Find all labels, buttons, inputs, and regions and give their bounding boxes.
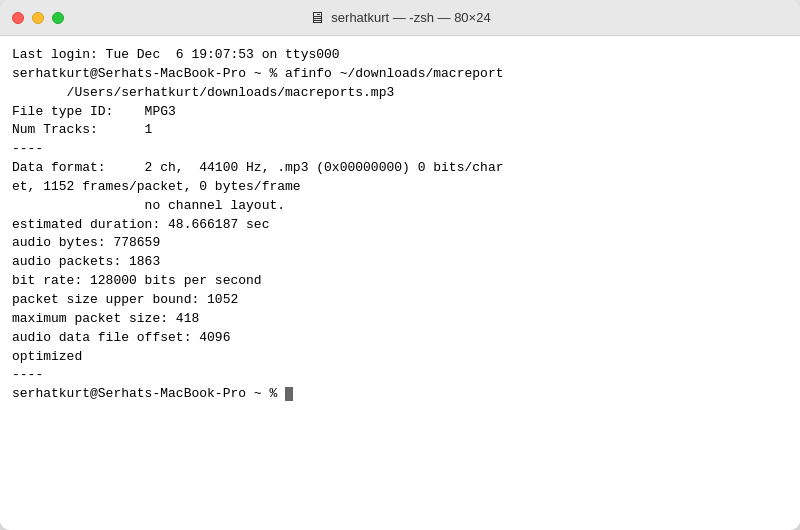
title-label: serhatkurt — -zsh — 80×24: [331, 10, 490, 25]
terminal-window: 🖥 serhatkurt — -zsh — 80×24 Last login: …: [0, 0, 800, 530]
minimize-button[interactable]: [32, 12, 44, 24]
terminal-line: ----: [12, 141, 43, 156]
terminal-line: Num Tracks: 1: [12, 122, 152, 137]
titlebar: 🖥 serhatkurt — -zsh — 80×24: [0, 0, 800, 36]
terminal-line: estimated duration: 48.666187 sec: [12, 217, 269, 232]
terminal-body[interactable]: Last login: Tue Dec 6 19:07:53 on ttys00…: [0, 36, 800, 530]
terminal-line: audio packets: 1863: [12, 254, 160, 269]
maximize-button[interactable]: [52, 12, 64, 24]
terminal-line: serhatkurt@Serhats-MacBook-Pro ~ % afinf…: [12, 66, 503, 81]
window-title: 🖥 serhatkurt — -zsh — 80×24: [309, 9, 490, 27]
terminal-line: packet size upper bound: 1052: [12, 292, 238, 307]
terminal-line: File type ID: MPG3: [12, 104, 176, 119]
terminal-line: ----: [12, 367, 43, 382]
terminal-line: audio data file offset: 4096: [12, 330, 230, 345]
terminal-line: et, 1152 frames/packet, 0 bytes/frame: [12, 179, 301, 194]
terminal-line: optimized: [12, 349, 82, 364]
terminal-line: no channel layout.: [12, 198, 285, 213]
close-button[interactable]: [12, 12, 24, 24]
terminal-line: audio bytes: 778659: [12, 235, 160, 250]
terminal-line: Data format: 2 ch, 44100 Hz, .mp3 (0x000…: [12, 160, 503, 175]
traffic-lights: [12, 12, 64, 24]
terminal-line: bit rate: 128000 bits per second: [12, 273, 262, 288]
terminal-line: /Users/serhatkurt/downloads/macreports.m…: [12, 85, 394, 100]
terminal-line: serhatkurt@Serhats-MacBook-Pro ~ %: [12, 386, 293, 401]
terminal-line: Last login: Tue Dec 6 19:07:53 on ttys00…: [12, 47, 340, 62]
terminal-icon: 🖥: [309, 9, 325, 27]
cursor: [285, 387, 293, 401]
terminal-line: maximum packet size: 418: [12, 311, 199, 326]
